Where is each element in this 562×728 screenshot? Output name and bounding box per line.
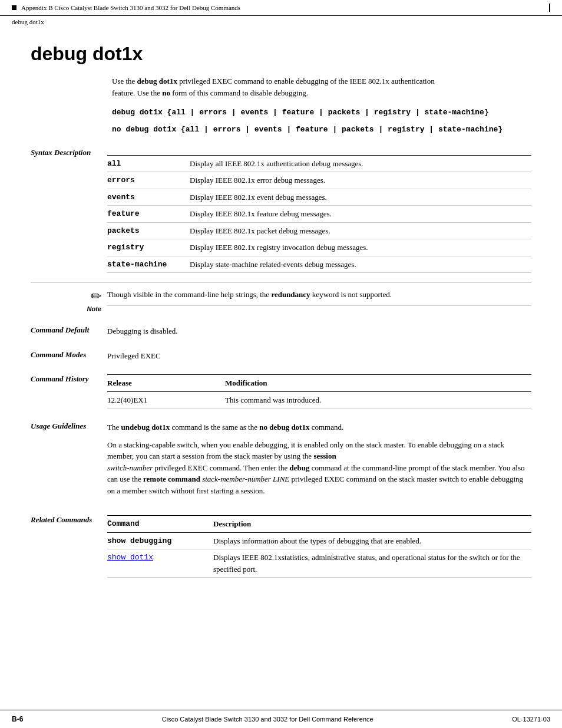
syntax-description-cell: Display IEEE 802.1x packet debug message… <box>190 222 531 239</box>
syntax-cmd2-text: no debug dot1x {all | errors | events | … <box>112 125 503 134</box>
header-left: Appendix B Cisco Catalyst Blade Switch 3… <box>12 4 240 11</box>
syntax-table-row: state-machineDisplay state-machine relat… <box>107 256 531 273</box>
note-bold: redundancy <box>271 290 310 299</box>
history-release: 12.2(40)EX1 <box>107 391 225 409</box>
syntax-keyword: packets <box>107 222 190 239</box>
usage-guidelines-content: The undebug dot1x command is the same as… <box>107 421 531 502</box>
command-history-label: Command History <box>31 374 107 384</box>
usage-p2-i1: switch-number <box>107 463 153 472</box>
page-footer: B-6 Cisco Catalyst Blade Switch 3130 and… <box>0 710 562 728</box>
syntax-table: allDisplay all IEEE 802.1x authenticatio… <box>107 155 531 274</box>
history-table: Release Modification 12.2(40)EX1This com… <box>107 374 531 409</box>
header-right-line <box>547 4 550 12</box>
history-col-release: Release <box>107 375 225 392</box>
intro-text-4: form of this command to disable debuggin… <box>170 88 308 97</box>
main-content: debug dot1x Use the debug dot1x privileg… <box>0 28 562 613</box>
usage-para-1: The undebug dot1x command is the same as… <box>107 421 531 433</box>
command-history-section: Command History Release Modification 12.… <box>31 374 531 409</box>
note-before: Though visible in the command-line help … <box>107 290 271 299</box>
syntax-keyword: errors <box>107 172 190 189</box>
related-commands-label: Related Commands <box>31 515 107 525</box>
usage-p1-cmd: undebug dot1x <box>121 423 170 431</box>
intro-paragraph: Use the debug dot1x privileged EXEC comm… <box>112 75 531 98</box>
syntax-keyword: state-machine <box>107 256 190 273</box>
syntax-description-cell: Display IEEE 802.1x registry invocation … <box>190 239 531 256</box>
related-command-cell[interactable]: show dot1x <box>107 549 213 578</box>
usage-guidelines-section: Usage Guidelines The undebug dot1x comma… <box>31 421 531 502</box>
related-table-row: show debuggingDisplays information about… <box>107 532 531 549</box>
related-commands-section: Related Commands Command Description sho… <box>31 515 531 578</box>
usage-p1-after: command. <box>309 423 343 431</box>
syntax-keyword: events <box>107 189 190 206</box>
footer-doc-number: OL-13271-03 <box>512 716 550 723</box>
history-table-row: 12.2(40)EX1This command was introduced. <box>107 391 531 409</box>
page-header: Appendix B Cisco Catalyst Blade Switch 3… <box>0 0 562 16</box>
command-default-content: Debugging is disabled. <box>107 325 531 337</box>
note-pencil-icon: ✏ <box>91 289 101 304</box>
syntax-table-row: featureDisplay IEEE 802.1x feature debug… <box>107 206 531 223</box>
header-center-text: Appendix B Cisco Catalyst Blade Switch 3… <box>21 4 240 11</box>
syntax-keyword: feature <box>107 206 190 223</box>
related-commands-content: Command Description show debuggingDispla… <box>107 515 531 578</box>
intro-no-bold: no <box>162 88 170 97</box>
header-square-icon <box>12 5 16 10</box>
related-description-cell: Displays IEEE 802.1xstatistics, administ… <box>213 549 531 578</box>
related-table-row: show dot1xDisplays IEEE 802.1xstatistics… <box>107 549 531 578</box>
syntax-table-row: errorsDisplay IEEE 802.1x error debug me… <box>107 172 531 189</box>
note-label: Note <box>87 305 101 312</box>
syntax-cmd1-text: debug dot1x {all | errors | events | fea… <box>112 108 489 117</box>
note-section: ✏ Note Though visible in the command-lin… <box>31 282 531 312</box>
page-title: debug dot1x <box>31 43 531 65</box>
intro-text-3: feature. Use the <box>112 88 162 97</box>
usage-p2-mid: privileged EXEC command. Then enter the <box>153 463 289 472</box>
related-col-command: Command <box>107 516 213 533</box>
syntax-keyword: all <box>107 155 190 172</box>
syntax-command-1: debug dot1x {all | errors | events | fea… <box>112 107 531 119</box>
related-description-cell: Displays information about the types of … <box>213 532 531 549</box>
syntax-description-cell: Display IEEE 802.1x error debug messages… <box>190 172 531 189</box>
note-icon-area: ✏ Note <box>31 289 107 312</box>
usage-p1-before: The <box>107 423 121 431</box>
command-history-content: Release Modification 12.2(40)EX1This com… <box>107 374 531 409</box>
command-default-section: Command Default Debugging is disabled. <box>31 325 531 337</box>
usage-p2-b3: remote command <box>143 475 200 483</box>
history-col-modification: Modification <box>225 375 531 392</box>
usage-p1-mid: command is the same as the <box>170 423 259 431</box>
syntax-table-row: registryDisplay IEEE 802.1x registry inv… <box>107 239 531 256</box>
syntax-description-cell: Display all IEEE 802.1x authentication d… <box>190 155 531 172</box>
history-modification: This command was introduced. <box>225 391 531 409</box>
intro-text-2: privileged EXEC command to enable debugg… <box>177 77 435 85</box>
command-modes-section: Command Modes Privileged EXEC <box>31 350 531 362</box>
usage-p2-i2: stack-member-number LINE <box>202 475 289 483</box>
note-after: keyword is not supported. <box>310 290 392 299</box>
note-text: Though visible in the command-line help … <box>107 289 531 306</box>
syntax-table-row: allDisplay all IEEE 802.1x authenticatio… <box>107 155 531 172</box>
footer-page-number: B-6 <box>12 715 23 723</box>
breadcrumb-text: debug dot1x <box>12 18 44 25</box>
related-command-cell: show debugging <box>107 532 213 549</box>
command-default-label: Command Default <box>31 325 107 335</box>
command-modes-content: Privileged EXEC <box>107 350 531 362</box>
usage-p2-b1: session <box>313 452 336 460</box>
related-table: Command Description show debuggingDispla… <box>107 515 531 578</box>
syntax-description-cell: Display IEEE 802.1x feature debug messag… <box>190 206 531 223</box>
syntax-description-content: allDisplay all IEEE 802.1x authenticatio… <box>107 148 531 274</box>
syntax-description-cell: Display state-machine related-events deb… <box>190 256 531 273</box>
command-modes-label: Command Modes <box>31 350 107 360</box>
usage-p1-cmd2: no debug dot1x <box>259 423 309 431</box>
intro-text-1: Use the <box>112 77 137 85</box>
syntax-description-section: Syntax Description allDisplay all IEEE 8… <box>31 148 531 274</box>
syntax-command-2: no debug dot1x {all | errors | events | … <box>112 124 531 136</box>
intro-cmd-bold: debug dot1x <box>137 77 177 85</box>
usage-p2-b2: debug <box>290 463 310 472</box>
syntax-keyword: registry <box>107 239 190 256</box>
usage-guidelines-label: Usage Guidelines <box>31 421 107 431</box>
related-col-description: Description <box>213 516 531 533</box>
breadcrumb: debug dot1x <box>0 16 562 28</box>
syntax-table-row: eventsDisplay IEEE 802.1x event debug me… <box>107 189 531 206</box>
related-command-link[interactable]: show dot1x <box>107 553 153 562</box>
usage-para-2: On a stacking-capable switch, when you e… <box>107 439 531 497</box>
syntax-description-cell: Display IEEE 802.1x event debug messages… <box>190 189 531 206</box>
syntax-table-row: packetsDisplay IEEE 802.1x packet debug … <box>107 222 531 239</box>
usage-p2-start: On a stacking-capable switch, when you e… <box>107 440 504 461</box>
